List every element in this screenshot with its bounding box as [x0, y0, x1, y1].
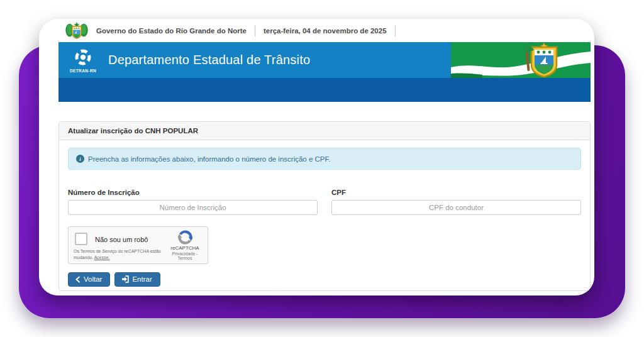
topbar-divider: [255, 25, 255, 36]
recaptcha-privacy-terms[interactable]: Privacidade - Termos: [167, 251, 203, 260]
cpf-input[interactable]: [331, 200, 581, 215]
recaptcha-widget: Não sou um robô reCAPTCHA Privacidade - …: [68, 226, 208, 264]
enter-button-label: Entrar: [132, 275, 152, 283]
detran-logo: DETRAN-RN: [67, 48, 99, 73]
state-crest-icon: [65, 22, 89, 40]
recaptcha-checkbox[interactable]: [75, 233, 87, 245]
government-topbar: Governo do Estado do Rio Grande do Norte…: [58, 19, 591, 42]
sign-in-icon: [121, 275, 129, 283]
back-button[interactable]: Voltar: [68, 272, 110, 287]
back-button-label: Voltar: [84, 275, 102, 283]
topbar-divider: [395, 25, 396, 36]
site-card: Governo do Estado do Rio Grande do Norte…: [39, 19, 594, 296]
page-title: Departamento Estadual de Trânsito: [108, 53, 310, 67]
cpf-label: CPF: [331, 189, 581, 196]
header-accent-strip: [58, 78, 591, 102]
inscricao-label: Número de Inscrição: [68, 189, 318, 196]
cnh-popular-panel: Atualizar inscrição do CNH POPULAR i Pre…: [58, 121, 591, 291]
recaptcha-logo-icon: [178, 230, 192, 245]
department-header: DETRAN-RN Departamento Estadual de Trâns…: [58, 42, 591, 78]
recaptcha-notice-text: Os Termos de Serviço do reCAPTCHA estão …: [74, 249, 161, 259]
detran-arrows-icon: [70, 48, 96, 68]
inscricao-group: Número de Inscrição: [68, 189, 318, 215]
panel-title: Atualizar inscrição do CNH POPULAR: [59, 122, 590, 140]
recaptcha-notice-link[interactable]: Acesse.: [94, 255, 110, 260]
chevron-left-icon: [75, 276, 80, 283]
current-date: terça-feira, 04 de novembro de 2025: [264, 27, 387, 35]
inscricao-input[interactable]: [68, 200, 318, 215]
info-alert-text: Preencha as informações abaixo, informan…: [88, 155, 330, 163]
info-icon: i: [76, 155, 84, 163]
cpf-group: CPF: [331, 189, 581, 215]
rn-flag-image: [451, 42, 591, 78]
recaptcha-label: Não sou um robô: [95, 236, 148, 243]
detran-logo-caption: DETRAN-RN: [70, 69, 96, 73]
government-name: Governo do Estado do Rio Grande do Norte: [96, 27, 247, 35]
recaptcha-notice: Os Termos de Serviço do reCAPTCHA estão …: [74, 248, 167, 260]
info-alert: i Preencha as informações abaixo, inform…: [68, 148, 581, 170]
recaptcha-brand: reCAPTCHA: [167, 245, 203, 251]
enter-button[interactable]: Entrar: [114, 272, 160, 287]
